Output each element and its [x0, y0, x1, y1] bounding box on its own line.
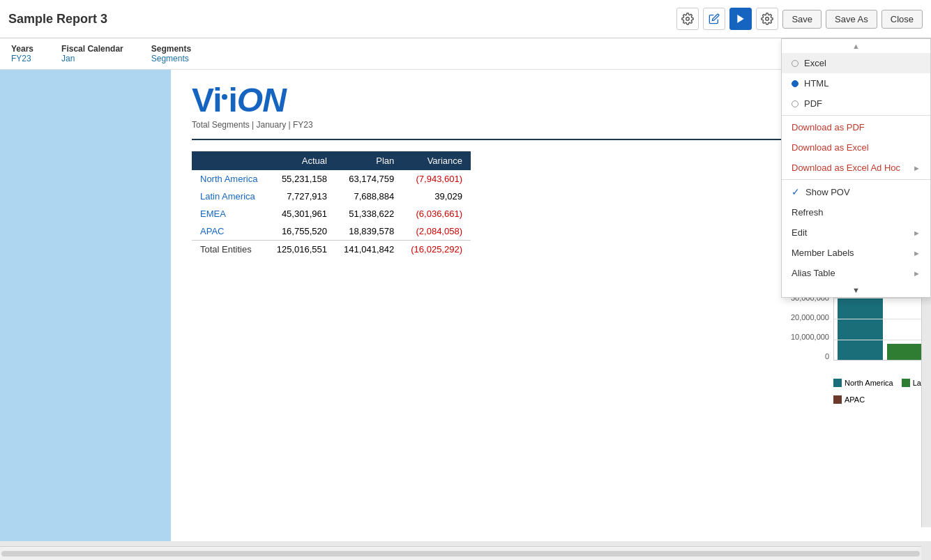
menu-divider-2: [782, 179, 930, 180]
play-icon-btn[interactable]: [729, 8, 752, 30]
menu-scroll-down[interactable]: ▼: [782, 283, 930, 297]
row-plan: 7,688,884: [335, 188, 402, 205]
col-header-plan: Plan: [335, 151, 402, 170]
play-icon: [735, 13, 746, 24]
grid-line: [834, 319, 931, 319]
row-label: EMEA: [192, 205, 268, 222]
menu-item-excel-left: Excel: [792, 58, 826, 68]
svg-marker-1: [738, 15, 744, 23]
settings-icon: [681, 13, 694, 25]
row-actual: 16,755,520: [268, 222, 335, 241]
row-label: Latin America: [192, 188, 268, 205]
grid-line: [834, 298, 931, 298]
menu-item-edit[interactable]: Edit ►: [782, 222, 930, 243]
report-subtitle: Total Segments | January | FY23: [192, 120, 313, 130]
menu-item-member-labels[interactable]: Member Labels ►: [782, 243, 930, 263]
menu-label-download-pdf: Download as PDF: [792, 122, 865, 133]
col-header-variance: Variance: [402, 151, 471, 170]
menu-label-show-pov: Show POV: [805, 187, 850, 197]
menu-item-show-pov[interactable]: ✓ Show POV: [782, 181, 930, 202]
save-button[interactable]: Save: [782, 10, 822, 29]
pov-segments-label: Segments: [151, 44, 191, 54]
x-axis-label: Actual: [833, 363, 931, 373]
grid-line: [834, 340, 931, 340]
pencil-icon: [709, 13, 720, 24]
table-header: Actual Plan Variance: [192, 151, 471, 170]
radio-pdf: [792, 100, 798, 107]
chart-legend: North America Latin America EMEA APAC: [833, 379, 931, 404]
total-row: Total Entities 125,016,551 141,041,842 (…: [192, 241, 471, 259]
radio-html: [792, 80, 798, 87]
menu-label-pdf: PDF: [804, 98, 822, 109]
menu-label-html: HTML: [804, 78, 828, 89]
svg-point-0: [686, 17, 690, 21]
settings-icon-btn[interactable]: [676, 8, 699, 30]
row-variance: 39,029: [402, 188, 471, 205]
menu-label-edit: Edit: [792, 227, 807, 238]
top-bar: Sample Report 3 Save Save As Close: [0, 0, 931, 38]
pov-years-value[interactable]: FY23: [11, 54, 33, 63]
menu-item-pdf[interactable]: PDF: [782, 93, 930, 114]
y-label-20m: 20,000,000: [791, 313, 829, 321]
submenu-arrow-adhoc: ►: [913, 164, 921, 172]
pov-years: Years FY23: [11, 44, 33, 63]
menu-item-download-excel-adhoc[interactable]: Download as Excel Ad Hoc ►: [782, 158, 930, 178]
menu-item-download-excel[interactable]: Download as Excel: [782, 137, 930, 158]
legend-dot-latin-america: [902, 379, 910, 387]
top-bar-actions: Save Save As Close: [676, 8, 923, 30]
submenu-arrow-edit: ►: [913, 229, 921, 237]
legend-dot-apac: [833, 395, 842, 404]
pov-fiscal-value[interactable]: Jan: [61, 54, 123, 63]
logo-section: ViiON Total Segments | January | FY23: [192, 84, 313, 130]
bottom-scrollbar[interactable]: [0, 546, 921, 560]
y-label-10m: 10,000,000: [791, 333, 829, 341]
table-row: Latin America 7,727,913 7,688,884 39,029: [192, 188, 471, 205]
row-plan: 63,174,759: [335, 170, 402, 188]
table-row: North America 55,231,158 63,174,759 (7,9…: [192, 170, 471, 188]
menu-label-excel: Excel: [804, 58, 826, 68]
row-plan: 51,338,622: [335, 205, 402, 222]
menu-divider-1: [782, 115, 930, 116]
gear-icon: [761, 13, 773, 25]
menu-scroll-up[interactable]: ▲: [782, 39, 930, 53]
menu-icon-btn[interactable]: [756, 8, 778, 30]
bottom-scroll-track[interactable]: [1, 551, 920, 557]
svg-point-2: [766, 17, 769, 21]
row-actual: 45,301,961: [268, 205, 335, 222]
pov-fiscal: Fiscal Calendar Jan: [61, 44, 123, 63]
submenu-arrow-alias-table: ►: [913, 269, 921, 278]
edit-icon-btn[interactable]: [703, 8, 725, 30]
row-actual: 7,727,913: [268, 188, 335, 205]
legend-label-north-america: North America: [845, 379, 893, 387]
close-button[interactable]: Close: [881, 10, 923, 29]
total-label: Total Entities: [192, 241, 268, 259]
data-table: Actual Plan Variance North America 55,23…: [192, 151, 471, 258]
row-actual: 55,231,158: [268, 170, 335, 188]
menu-label-download-excel: Download as Excel: [792, 142, 869, 153]
legend-apac: APAC: [833, 395, 865, 404]
pov-segments: Segments Segments: [151, 44, 191, 63]
total-plan: 141,041,842: [335, 241, 402, 259]
menu-item-download-pdf[interactable]: Download as PDF: [782, 117, 930, 137]
menu-item-refresh[interactable]: Refresh: [782, 202, 930, 222]
legend-north-america: North America: [833, 379, 893, 387]
menu-item-excel[interactable]: Excel: [782, 53, 930, 73]
col-header-label: [192, 151, 268, 170]
menu-item-alias-table[interactable]: Alias Table ►: [782, 263, 930, 283]
menu-item-html[interactable]: HTML: [782, 73, 930, 93]
page-title: Sample Report 3: [8, 12, 107, 27]
menu-label-member-labels: Member Labels: [792, 248, 854, 258]
total-actual: 125,016,551: [268, 241, 335, 259]
pov-segments-value[interactable]: Segments: [151, 54, 191, 63]
row-variance: (6,036,661): [402, 205, 471, 222]
save-as-button[interactable]: Save As: [826, 10, 877, 29]
menu-item-html-left: HTML: [792, 78, 828, 89]
row-plan: 18,839,578: [335, 222, 402, 241]
legend-dot-north-america: [833, 379, 842, 387]
col-header-actual: Actual: [268, 151, 335, 170]
legend-label-apac: APAC: [845, 395, 865, 404]
menu-label-alias-table: Alias Table: [792, 268, 835, 278]
dropdown-menu: ▲ Excel HTML PDF Download as PDF Downloa…: [781, 38, 931, 298]
table-row: APAC 16,755,520 18,839,578 (2,084,058): [192, 222, 471, 241]
menu-item-show-pov-left: ✓ Show POV: [792, 186, 850, 197]
